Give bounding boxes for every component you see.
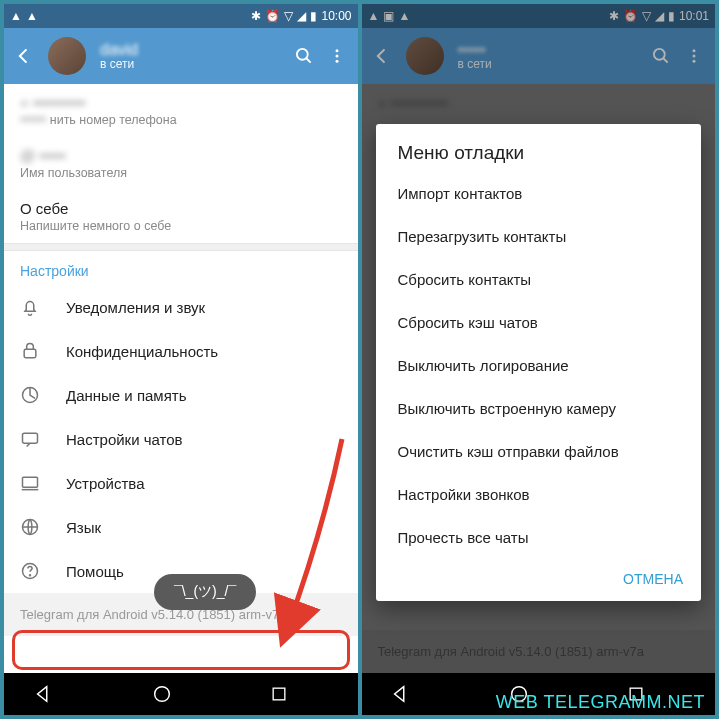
profile-name: ••••• bbox=[458, 41, 638, 59]
setting-notifications[interactable]: Уведомления и звук bbox=[4, 285, 358, 329]
bell-icon bbox=[20, 297, 42, 317]
setting-data[interactable]: Данные и память bbox=[4, 373, 358, 417]
nav-recent[interactable] bbox=[269, 684, 329, 704]
profile-name: david bbox=[100, 41, 280, 59]
search-icon[interactable] bbox=[651, 46, 671, 66]
avatar[interactable] bbox=[48, 37, 86, 75]
wifi-icon: ▽ bbox=[642, 9, 651, 23]
svg-rect-7 bbox=[23, 477, 38, 487]
setting-language[interactable]: Язык bbox=[4, 505, 358, 549]
dialog-item[interactable]: Импорт контактов bbox=[376, 172, 702, 215]
dialog-item[interactable]: Настройки звонков bbox=[376, 473, 702, 516]
setting-privacy[interactable]: Конфиденциальность bbox=[4, 329, 358, 373]
status-time: 10:01 bbox=[679, 9, 709, 23]
nav-back[interactable] bbox=[33, 683, 93, 705]
svg-point-10 bbox=[30, 575, 31, 576]
lock-icon bbox=[20, 341, 42, 361]
back-button[interactable] bbox=[372, 46, 392, 66]
help-icon bbox=[20, 561, 42, 581]
setting-devices[interactable]: Устройства bbox=[4, 461, 358, 505]
more-icon[interactable] bbox=[685, 46, 705, 66]
section-title: Настройки bbox=[4, 251, 358, 285]
svg-point-14 bbox=[693, 49, 696, 52]
wifi-icon: ▽ bbox=[284, 9, 293, 23]
profile-status: в сети bbox=[100, 58, 280, 71]
dialog-item[interactable]: Сбросить контакты bbox=[376, 258, 702, 301]
nav-bar bbox=[4, 673, 358, 715]
watermark: WEB TELEGRAMM.NET bbox=[496, 692, 705, 713]
svg-rect-6 bbox=[23, 433, 38, 443]
avatar[interactable] bbox=[406, 37, 444, 75]
debug-menu-dialog: Меню отладки Импорт контактов Перезагруз… bbox=[376, 124, 702, 601]
battery-icon: ▮ bbox=[668, 9, 675, 23]
warning-icon: ▲ bbox=[26, 9, 38, 23]
svg-point-11 bbox=[154, 687, 169, 702]
divider bbox=[4, 243, 358, 251]
bluetooth-icon: ✱ bbox=[251, 9, 261, 23]
profile-status: в сети bbox=[458, 58, 638, 71]
warning-icon: ▲ bbox=[398, 9, 410, 23]
svg-point-13 bbox=[654, 49, 665, 60]
dialog-item[interactable]: Очистить кэш отправки файлов bbox=[376, 430, 702, 473]
username-row[interactable]: @ ••••• Имя пользователя bbox=[4, 137, 358, 190]
bluetooth-icon: ✱ bbox=[609, 9, 619, 23]
dialog-item[interactable]: Перезагрузить контакты bbox=[376, 215, 702, 258]
globe-icon bbox=[20, 517, 42, 537]
status-bar: ▲ ▣ ▲ ✱ ⏰ ▽ ◢ ▮ 10:01 bbox=[362, 4, 716, 28]
dialog-item[interactable]: Сбросить кэш чатов bbox=[376, 301, 702, 344]
svg-point-16 bbox=[693, 60, 696, 63]
app-bar: ••••• в сети bbox=[362, 28, 716, 84]
more-icon[interactable] bbox=[328, 46, 348, 66]
svg-point-2 bbox=[335, 55, 338, 58]
dialog-item[interactable]: Выключить встроенную камеру bbox=[376, 387, 702, 430]
app-bar: david в сети bbox=[4, 28, 358, 84]
device-icon bbox=[20, 473, 42, 493]
svg-rect-4 bbox=[24, 349, 36, 357]
signal-icon: ◢ bbox=[655, 9, 664, 23]
svg-point-1 bbox=[335, 49, 338, 52]
alarm-icon: ⏰ bbox=[265, 9, 280, 23]
data-icon bbox=[20, 385, 42, 405]
warning-icon: ▲ bbox=[10, 9, 22, 23]
battery-icon: ▮ bbox=[310, 9, 317, 23]
search-icon[interactable] bbox=[294, 46, 314, 66]
warning-icon: ▲ bbox=[368, 9, 380, 23]
phone-row[interactable]: + •••••••••• •••••• нить номер телефона bbox=[4, 84, 358, 137]
right-screen: ▲ ▣ ▲ ✱ ⏰ ▽ ◢ ▮ 10:01 ••••• в сети bbox=[362, 4, 716, 715]
about-row[interactable]: О себе Напишите немного о себе bbox=[4, 190, 358, 243]
dialog-item[interactable]: Выключить логирование bbox=[376, 344, 702, 387]
signal-icon: ◢ bbox=[297, 9, 306, 23]
status-time: 10:00 bbox=[321, 9, 351, 23]
alarm-icon: ⏰ bbox=[623, 9, 638, 23]
dialog-cancel[interactable]: ОТМЕНА bbox=[376, 559, 702, 595]
status-bar: ▲ ▲ ✱ ⏰ ▽ ◢ ▮ 10:00 bbox=[4, 4, 358, 28]
nav-home[interactable] bbox=[151, 683, 211, 705]
back-button[interactable] bbox=[14, 46, 34, 66]
chat-icon bbox=[20, 429, 42, 449]
dialog-title: Меню отладки bbox=[376, 142, 702, 172]
svg-point-15 bbox=[693, 55, 696, 58]
image-icon: ▣ bbox=[383, 9, 394, 23]
svg-point-0 bbox=[296, 49, 307, 60]
setting-chats[interactable]: Настройки чатов bbox=[4, 417, 358, 461]
svg-point-3 bbox=[335, 60, 338, 63]
toast: ¯\_(ツ)_/¯ bbox=[154, 574, 256, 610]
left-screen: ▲ ▲ ✱ ⏰ ▽ ◢ ▮ 10:00 david в сети bbox=[4, 4, 358, 715]
dialog-item[interactable]: Прочесть все чаты bbox=[376, 516, 702, 559]
nav-back[interactable] bbox=[390, 683, 450, 705]
svg-rect-12 bbox=[273, 688, 285, 700]
